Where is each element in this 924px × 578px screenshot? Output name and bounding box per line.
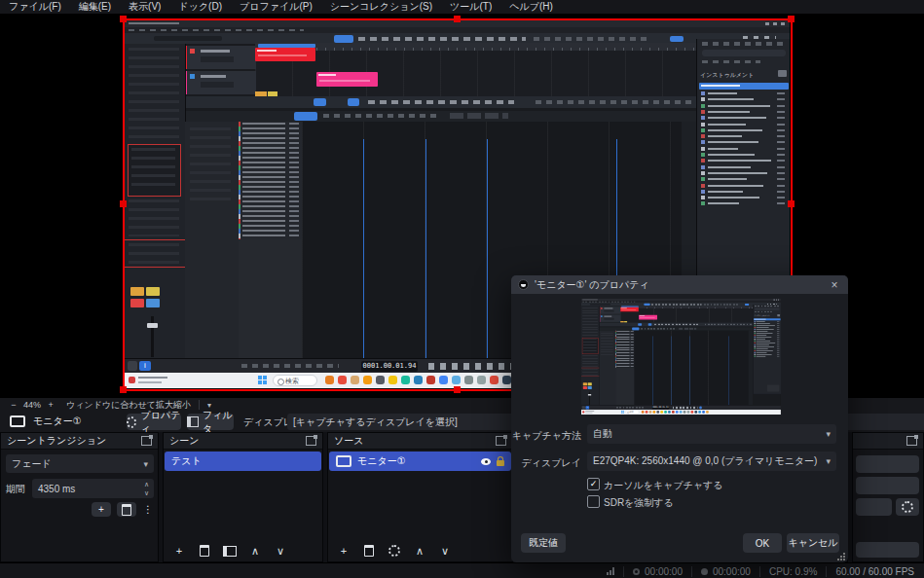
spin-up-icon[interactable]: ∧ bbox=[144, 480, 149, 488]
taskbar-app-icon bbox=[702, 411, 705, 414]
scene-item[interactable]: テスト bbox=[165, 452, 321, 471]
search-icon bbox=[627, 412, 629, 414]
source-down-button[interactable]: ∨ bbox=[437, 544, 453, 558]
scene-transitions-dock: シーントランジション フェード ▾ 期間 4350 ms ∧ ∨ + ⋮ bbox=[0, 432, 159, 562]
stream-time: 00:00:00 bbox=[633, 566, 683, 577]
capture-method-label: キャプチャ方法 bbox=[511, 429, 581, 443]
capture-cursor-checkbox[interactable]: ✓ bbox=[587, 478, 600, 490]
taskbar-app-icon bbox=[672, 411, 675, 414]
scene-filters-button[interactable] bbox=[222, 544, 238, 558]
menu-item[interactable]: ヘルプ(H) bbox=[500, 0, 562, 14]
sources-toolbar: + ∧ ∨ bbox=[336, 544, 453, 558]
capture-handle[interactable] bbox=[788, 16, 795, 22]
capture-handle[interactable] bbox=[788, 200, 795, 207]
daw-browser-header: インストゥルメント bbox=[754, 314, 770, 317]
popout-icon[interactable] bbox=[496, 436, 506, 446]
zoom-out-button[interactable]: − bbox=[8, 400, 19, 410]
source-list: モニター① bbox=[328, 452, 512, 471]
add-scene-button[interactable]: + bbox=[171, 544, 187, 558]
monitor-icon bbox=[336, 455, 351, 467]
spin-down-icon[interactable]: ∨ bbox=[144, 488, 149, 497]
control-button[interactable] bbox=[856, 542, 919, 558]
taskbar-app-icon bbox=[642, 411, 645, 414]
filters-button[interactable]: フィルタ bbox=[187, 414, 234, 430]
ok-button[interactable]: OK bbox=[743, 533, 782, 553]
source-up-button[interactable]: ∧ bbox=[412, 544, 427, 558]
transition-select[interactable]: フェード ▾ bbox=[6, 454, 154, 473]
capture-handle[interactable] bbox=[454, 386, 461, 393]
capture-handle[interactable] bbox=[120, 386, 127, 393]
capture-handle[interactable] bbox=[120, 16, 127, 22]
remove-transition-button[interactable] bbox=[117, 502, 136, 517]
cancel-button[interactable]: キャンセル bbox=[787, 533, 839, 553]
menu-item[interactable]: プロファイル(P) bbox=[231, 0, 321, 14]
defaults-button[interactable]: 既定値 bbox=[521, 533, 566, 553]
popout-icon[interactable] bbox=[906, 436, 917, 446]
control-button[interactable] bbox=[856, 477, 919, 494]
force-sdr-label: SDRを強制する bbox=[604, 496, 674, 510]
display-field-select[interactable]: E27QP4K: 2560x1440 @ 0,0 (プライマリモニター) ▾ bbox=[587, 452, 836, 471]
dialog-titlebar[interactable]: 'モニター①' のプロパティ × bbox=[511, 275, 848, 294]
remove-scene-button[interactable] bbox=[197, 544, 212, 558]
scene-down-button[interactable]: ∨ bbox=[273, 544, 288, 558]
force-sdr-checkbox[interactable] bbox=[587, 495, 600, 508]
properties-button[interactable]: プロパティ bbox=[127, 414, 181, 430]
source-item[interactable]: モニター① bbox=[329, 452, 511, 471]
daw-track-2 bbox=[600, 314, 621, 322]
taskbar-app-icon bbox=[676, 411, 679, 414]
menu-item[interactable]: シーンコレクション(S) bbox=[321, 0, 441, 14]
capture-handle[interactable] bbox=[120, 200, 127, 207]
scenes-dock-header: シーン bbox=[164, 433, 322, 450]
scenes-toolbar: + ∧ ∨ bbox=[171, 544, 288, 558]
add-transition-button[interactable]: + bbox=[92, 502, 111, 517]
duration-spinbox[interactable]: 4350 ms ∧ ∨ bbox=[32, 479, 154, 498]
sources-dock-header: ソース bbox=[328, 433, 512, 450]
daw-clip-pink bbox=[639, 315, 657, 320]
gear-icon bbox=[127, 416, 136, 428]
zoom-in-button[interactable]: + bbox=[45, 400, 56, 410]
menu-item[interactable]: ファイル(F) bbox=[0, 0, 70, 14]
capture-cursor-label: カーソルをキャプチャする bbox=[604, 479, 723, 492]
daw-editor-gutter bbox=[600, 331, 616, 406]
control-button[interactable] bbox=[856, 524, 919, 539]
menu-item[interactable]: 編集(E) bbox=[70, 0, 120, 14]
control-button[interactable] bbox=[856, 455, 919, 473]
capture-method-select[interactable]: 自動 ▾ bbox=[587, 424, 836, 444]
captured-screen: インストゥルメント i 0001.00.01.94 bbox=[581, 299, 781, 415]
controls-dock bbox=[852, 432, 924, 562]
dialog-resize-grip[interactable] bbox=[837, 553, 845, 560]
record-status-icon bbox=[701, 568, 708, 575]
taskbar-app-icon bbox=[649, 411, 652, 414]
control-button[interactable] bbox=[856, 498, 892, 516]
transitions-dock-header: シーントランジション bbox=[1, 433, 158, 450]
selected-source-name: モニター① bbox=[33, 415, 82, 428]
menu-item[interactable]: ツール(T) bbox=[441, 0, 500, 14]
filter-icon bbox=[187, 416, 199, 427]
filter-icon bbox=[223, 546, 237, 557]
daw-browser-row bbox=[754, 356, 781, 358]
zoom-value: 44% bbox=[23, 400, 41, 410]
transition-more-button[interactable]: ⋮ bbox=[142, 502, 154, 517]
daw-clip-red bbox=[620, 307, 639, 311]
popout-icon[interactable] bbox=[306, 436, 316, 446]
daw-lane-list bbox=[615, 331, 635, 368]
add-source-button[interactable]: + bbox=[336, 544, 351, 558]
source-properties-button[interactable] bbox=[387, 544, 402, 558]
taskbar-app-icon bbox=[660, 411, 663, 414]
capture-handle[interactable] bbox=[454, 16, 461, 22]
taskbar-app-icon bbox=[646, 411, 648, 414]
remove-source-button[interactable] bbox=[361, 544, 377, 558]
taskbar-app-icons bbox=[642, 411, 709, 414]
popout-icon[interactable] bbox=[141, 436, 152, 446]
visibility-eye-icon[interactable] bbox=[481, 458, 491, 465]
virtual-camera-settings-button[interactable] bbox=[896, 498, 919, 516]
taskbar-app-icon bbox=[687, 411, 690, 414]
taskbar-app-icon bbox=[653, 411, 656, 414]
display-field-label: ディスプレイ bbox=[511, 456, 581, 470]
scene-up-button[interactable]: ∧ bbox=[247, 544, 263, 558]
lock-icon[interactable] bbox=[497, 460, 504, 466]
menu-item[interactable]: ドック(D) bbox=[169, 0, 231, 14]
taskbar-app-icon bbox=[691, 411, 694, 414]
dialog-close-button[interactable]: × bbox=[828, 278, 841, 292]
menu-item[interactable]: 表示(V) bbox=[120, 0, 169, 14]
